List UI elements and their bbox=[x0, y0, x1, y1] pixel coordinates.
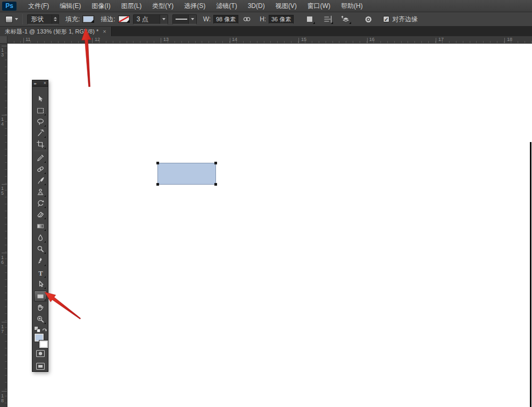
quick-selection-tool[interactable] bbox=[35, 128, 46, 138]
menu-3d[interactable]: 3D(D) bbox=[243, 0, 270, 12]
ruler-number: 14 bbox=[1, 117, 5, 127]
fill-label: 填充: bbox=[65, 15, 80, 24]
ruler-number: 16 bbox=[1, 255, 5, 265]
path-operations-button[interactable] bbox=[303, 14, 316, 25]
spinner-icon[interactable] bbox=[52, 15, 59, 24]
rectangle-tool[interactable] bbox=[34, 290, 47, 302]
close-icon[interactable]: × bbox=[103, 28, 106, 35]
anchor-handle[interactable] bbox=[156, 183, 159, 186]
pen-tool[interactable] bbox=[35, 256, 46, 267]
hand-tool[interactable] bbox=[35, 302, 46, 313]
swatch-corner-icon bbox=[313, 22, 315, 24]
divider bbox=[22, 14, 23, 24]
menu-view[interactable]: 视图(V) bbox=[270, 0, 302, 12]
history-brush-tool[interactable] bbox=[35, 198, 46, 209]
horizontal-ruler[interactable]: 11 12 13 14 15 16 17 18 bbox=[0, 36, 532, 44]
stroke-width-value: 3 点 bbox=[137, 15, 148, 24]
menu-layer[interactable]: 图层(L) bbox=[116, 0, 147, 12]
spot-healing-brush-tool[interactable] bbox=[35, 164, 46, 175]
menu-select[interactable]: 选择(S) bbox=[179, 0, 211, 12]
tools-panel-titlebar[interactable]: ▸▸ × bbox=[32, 80, 48, 87]
menu-bar: Ps 文件(F) 编辑(E) 图像(I) 图层(L) 类型(Y) 选择(S) 滤… bbox=[0, 0, 532, 12]
fill-color-swatch[interactable] bbox=[82, 15, 94, 23]
height-label: H: bbox=[260, 15, 266, 23]
ruler-number: 15 bbox=[1, 186, 5, 196]
align-edges-checkbox[interactable]: ✓ bbox=[383, 16, 389, 22]
anchor-handle[interactable] bbox=[214, 183, 217, 186]
gradient-tool[interactable] bbox=[35, 221, 46, 231]
stroke-width-combo[interactable]: 3 点 bbox=[133, 14, 168, 24]
options-bar: 形状 填充: 描边: 3 点 W: 98 像素 H: 36 像素 bbox=[0, 12, 532, 27]
menu-filter[interactable]: 滤镜(T) bbox=[211, 0, 242, 12]
annotation-arrows bbox=[0, 0, 532, 407]
eyedropper-tool[interactable] bbox=[35, 153, 46, 163]
swatch-corner-icon bbox=[127, 20, 129, 22]
shape-width-field[interactable]: 98 像素 bbox=[213, 15, 238, 24]
path-arrangement-button[interactable] bbox=[339, 14, 352, 25]
arrow-to-rectangle-tool bbox=[45, 292, 81, 319]
background-color-swatch[interactable] bbox=[39, 340, 48, 348]
move-tool[interactable] bbox=[35, 94, 46, 104]
shape-mode-select[interactable]: 形状 bbox=[27, 14, 59, 24]
collapse-panel-icon[interactable]: ▸▸ bbox=[34, 81, 36, 85]
align-edges-label: 对齐边缘 bbox=[392, 15, 418, 24]
rectangle-shape[interactable] bbox=[157, 163, 216, 185]
svg-text:T: T bbox=[38, 270, 43, 277]
tool-preset-picker[interactable] bbox=[5, 16, 18, 23]
window-edge bbox=[530, 142, 531, 407]
document-tab[interactable]: 未标题-1 @ 133% (矩形 1, RGB/8) * × bbox=[0, 27, 112, 36]
menu-edit[interactable]: 编辑(E) bbox=[54, 0, 86, 12]
eraser-tool[interactable] bbox=[35, 209, 46, 220]
ruler-number: 14 bbox=[232, 37, 237, 42]
anchor-handle[interactable] bbox=[214, 162, 217, 164]
ruler-number: 18 bbox=[507, 37, 512, 42]
check-icon: ✓ bbox=[384, 16, 388, 22]
menu-window[interactable]: 窗口(W) bbox=[302, 0, 336, 12]
screen-mode-button[interactable] bbox=[35, 362, 46, 373]
zoom-tool[interactable] bbox=[35, 314, 46, 325]
solid-line-icon bbox=[176, 19, 187, 20]
rectangular-marquee-tool[interactable] bbox=[35, 105, 46, 116]
ruler-number: 15 bbox=[301, 37, 306, 42]
type-tool[interactable]: T bbox=[35, 268, 46, 278]
swatch-corner-icon bbox=[91, 20, 94, 22]
close-icon[interactable]: × bbox=[44, 81, 46, 86]
divider bbox=[34, 151, 47, 151]
quick-mask-mode-button[interactable] bbox=[35, 349, 46, 360]
stroke-color-swatch[interactable] bbox=[118, 15, 130, 23]
chevron-down-icon[interactable] bbox=[188, 15, 196, 24]
ruler-number: 13 bbox=[163, 37, 169, 42]
clone-stamp-tool[interactable] bbox=[35, 187, 46, 197]
path-selection-tool[interactable] bbox=[35, 279, 46, 289]
menu-image[interactable]: 图像(I) bbox=[86, 0, 115, 12]
ruler-number: 16 bbox=[369, 37, 375, 42]
gear-icon[interactable] bbox=[362, 14, 375, 25]
brush-tool[interactable] bbox=[35, 175, 46, 186]
ruler-number: 13 bbox=[1, 48, 5, 57]
tools-panel: ▸▸ × T bbox=[32, 80, 48, 372]
width-label: W: bbox=[203, 15, 211, 23]
document-tab-bar: 未标题-1 @ 133% (矩形 1, RGB/8) * × bbox=[0, 27, 532, 36]
dodge-tool[interactable] bbox=[35, 244, 46, 254]
crop-tool[interactable] bbox=[35, 139, 46, 149]
chevron-down-icon[interactable] bbox=[160, 15, 168, 24]
ruler-ticks bbox=[7, 38, 532, 43]
menu-file[interactable]: 文件(F) bbox=[23, 0, 54, 12]
anchor-handle[interactable] bbox=[156, 162, 159, 164]
blur-tool[interactable] bbox=[35, 232, 46, 243]
shape-height-field[interactable]: 36 像素 bbox=[269, 15, 294, 24]
menu-help[interactable]: 帮助(H) bbox=[336, 0, 368, 12]
lasso-tool[interactable] bbox=[35, 117, 46, 127]
ruler-corner bbox=[0, 36, 7, 44]
ruler-number: 17 bbox=[438, 37, 444, 42]
path-alignment-button[interactable] bbox=[321, 14, 334, 25]
stroke-style-dropdown[interactable] bbox=[172, 14, 197, 24]
vertical-ruler[interactable]: 13 14 15 16 17 18 bbox=[0, 44, 7, 407]
photoshop-logo: Ps bbox=[2, 2, 16, 11]
ruler-number: 12 bbox=[95, 37, 100, 42]
menu-type[interactable]: 类型(Y) bbox=[147, 0, 179, 12]
document-tab-title: 未标题-1 @ 133% (矩形 1, RGB/8) * bbox=[5, 28, 98, 36]
ruler-number: 17 bbox=[1, 325, 5, 334]
swatch-corner-icon bbox=[331, 22, 333, 24]
link-dimensions-icon[interactable] bbox=[240, 14, 253, 25]
